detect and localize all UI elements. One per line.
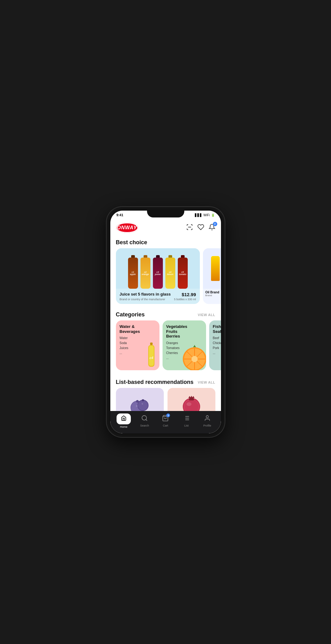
scan-icon <box>186 224 193 231</box>
rec-image-2 <box>168 388 215 411</box>
nav-search-label: Search <box>140 424 149 427</box>
categories-header: Categories VIEW ALL <box>110 308 221 320</box>
recommendations-header: List-based recommendations VIEW ALL <box>110 375 221 388</box>
cart-badge: 5 <box>166 413 170 417</box>
best-choice-header: Best choice <box>110 236 221 248</box>
svg-point-27 <box>141 403 143 404</box>
svg-point-11 <box>191 356 198 362</box>
juice-details-row: Brand or country of the manufacturer 5 b… <box>120 298 196 301</box>
nav-home-label: Home <box>120 425 127 428</box>
phone-screen: 9:41 ▋▋▋ WiFi 🔋 ONWAY <box>110 211 221 433</box>
oil-name: Oil Brand <box>205 291 221 294</box>
home-icon <box>121 415 126 422</box>
header-actions: 2 <box>186 224 215 232</box>
oil-product-card[interactable]: Oil Brand Brand <box>203 248 221 304</box>
bottom-navigation: Home Search <box>110 411 221 433</box>
categories-view-all[interactable]: VIEW ALL <box>198 313 215 317</box>
nav-list-label: List <box>184 424 189 427</box>
cat-veg-title: VegetablesFruitsBerries <box>166 324 202 339</box>
cart-icon: 5 <box>162 415 169 423</box>
cat-water-image: c4 <box>145 342 158 370</box>
cat-fish-title: Fish &Seafood <box>213 324 221 334</box>
logo-oval: ONWAY <box>116 222 138 233</box>
notifications-button[interactable]: 2 <box>209 224 215 232</box>
wifi-icon: WiFi <box>204 213 210 217</box>
juice-image-area: c1apple c2orange <box>116 248 200 289</box>
status-icons: ▋▋▋ WiFi 🔋 <box>195 213 215 217</box>
svg-point-24 <box>138 400 148 410</box>
best-choice-title: Best choice <box>116 239 147 246</box>
juice-unit: 5 bottles x 330 ml <box>174 298 196 301</box>
svg-rect-1 <box>150 343 153 345</box>
juice-info: Juice set 5 flavors in glass $12.99 Bran… <box>116 289 200 304</box>
main-scroll: ONWAY <box>110 219 221 411</box>
recommendations-grid: Product Name On The Card $ 8.99 Brand or… <box>110 388 221 411</box>
svg-point-32 <box>186 402 191 406</box>
bottle-1: c1apple <box>127 254 139 289</box>
svg-point-33 <box>142 416 147 420</box>
bottle-5: c5tomato <box>177 254 189 289</box>
rec-image-1 <box>116 388 164 411</box>
juice-brand: Brand or country of the manufacturer <box>120 298 165 301</box>
logo[interactable]: ONWAY <box>116 222 138 233</box>
rec-product-2[interactable]: Product Name On The Card $ 4.25 Brand or… <box>168 388 215 411</box>
oil-image-area <box>203 248 221 289</box>
category-water-beverages[interactable]: Water &Beverages WaterSodaJuices... c4 <box>116 320 159 370</box>
nav-profile[interactable]: Profile <box>200 415 215 427</box>
svg-rect-31 <box>189 398 194 400</box>
notch <box>147 211 184 217</box>
cat-water-title: Water &Beverages <box>120 324 156 334</box>
categories-carousel: Water &Beverages WaterSodaJuices... c4 <box>110 320 221 375</box>
juice-bottles: c1apple c2orange <box>127 251 189 289</box>
nav-profile-label: Profile <box>203 424 211 427</box>
battery-icon: 🔋 <box>211 213 215 217</box>
oil-info: Oil Brand Brand <box>203 289 221 299</box>
svg-line-34 <box>146 419 147 421</box>
list-icon <box>183 415 190 423</box>
nav-home-bg <box>117 413 131 424</box>
svg-point-42 <box>206 416 208 418</box>
search-icon <box>141 415 148 423</box>
svg-text:c4: c4 <box>149 356 153 360</box>
notification-badge: 2 <box>213 222 217 226</box>
bottle-4: c4lemon <box>164 254 176 289</box>
status-time: 9:41 <box>117 213 123 217</box>
cat-fish-items: BeefChickenPork... <box>213 336 221 356</box>
rec-product-1[interactable]: Product Name On The Card $ 8.99 Brand or… <box>116 388 164 411</box>
nav-cart-label: Cart <box>163 424 168 427</box>
juice-name: Juice set 5 flavors in glass <box>120 292 171 296</box>
recs-view-all[interactable]: VIEW ALL <box>198 380 215 384</box>
category-fish-seafood[interactable]: Fish &Seafood BeefChickenPork... <box>209 320 221 370</box>
recs-title: List-based recommendations <box>116 379 194 385</box>
juice-product-card[interactable]: c1apple c2orange <box>116 248 200 304</box>
category-vegetables-fruits[interactable]: VegetablesFruitsBerries OrangesTomatoesC… <box>163 320 206 370</box>
wishlist-button[interactable] <box>197 224 204 232</box>
oil-brand: Brand <box>205 294 221 297</box>
best-choice-carousel[interactable]: c1apple c2orange <box>110 248 221 308</box>
logo-text: ONWAY <box>117 225 137 231</box>
svg-point-26 <box>136 405 138 407</box>
categories-title: Categories <box>116 311 145 318</box>
bottle-2: c2orange <box>140 254 151 289</box>
heart-icon <box>197 224 204 231</box>
profile-icon <box>204 415 211 423</box>
juice-price: $12.99 <box>182 292 196 297</box>
juice-price-row: Juice set 5 flavors in glass $12.99 <box>120 292 196 297</box>
nav-search[interactable]: Search <box>137 415 152 427</box>
phone-frame: 9:41 ▋▋▋ WiFi 🔋 ONWAY <box>107 207 225 437</box>
cat-veg-image <box>181 343 206 370</box>
nav-home[interactable]: Home <box>116 413 131 428</box>
signal-icon: ▋▋▋ <box>195 213 202 217</box>
bottle-3: c3pome <box>152 254 164 289</box>
nav-list[interactable]: List <box>179 415 194 427</box>
nav-cart[interactable]: 5 Cart <box>158 415 173 427</box>
scan-button[interactable] <box>186 224 193 232</box>
app-header: ONWAY <box>110 219 221 236</box>
oil-bottle-shape <box>211 256 220 281</box>
